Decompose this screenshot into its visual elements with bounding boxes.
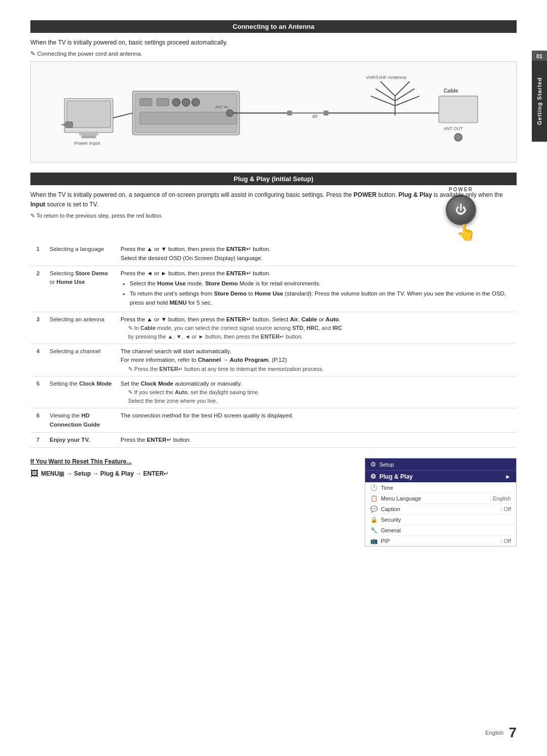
step-2-label: Selecting Store Demoor Home Use (46, 266, 116, 312)
step-6-desc: The connection method for the best HD sc… (116, 408, 517, 433)
svg-text:VHF/UHF Antenna: VHF/UHF Antenna (366, 74, 406, 80)
step-3-label: Selecting an antenna (46, 312, 116, 344)
osd-menu: ⚙ Setup ⚙ Plug & Play ► 🕐 Time 📋 Menu La… (365, 458, 516, 546)
osd-caption-value: : Off (500, 506, 511, 512)
osd-caption-row: 💬 Caption : Off (365, 503, 516, 514)
step-3-desc: Press the ▲ or ▼ button, then press the … (116, 312, 517, 344)
osd-menu-screenshot: ⚙ Setup ⚙ Plug & Play ► 🕐 Time 📋 Menu La… (365, 458, 517, 547)
osd-general-label: General (381, 527, 511, 533)
step-1-row: 1 Selecting a language Press the ▲ or ▼ … (30, 242, 517, 266)
svg-rect-8 (140, 99, 152, 106)
osd-time-row: 🕐 Time (365, 482, 516, 493)
footer-language: English (485, 730, 503, 736)
footer-page-number: 7 (509, 725, 517, 741)
svg-rect-28 (439, 96, 478, 123)
svg-rect-3 (82, 136, 96, 139)
antenna-diagram: Power Input ANT IN or VHF/UHF Antenna (30, 61, 517, 162)
svg-line-21 (395, 81, 410, 96)
steps-table: 1 Selecting a language Press the ▲ or ▼ … (30, 242, 517, 448)
step-7-num: 7 (30, 432, 46, 447)
svg-rect-33 (287, 111, 292, 116)
step-5-num: 5 (30, 376, 46, 408)
osd-caption-label: Caption (381, 506, 497, 512)
step-3-row: 3 Selecting an antenna Press the ▲ or ▼ … (30, 312, 517, 344)
svg-line-24 (371, 96, 395, 106)
svg-point-31 (454, 134, 462, 141)
osd-setup-label: Setup (379, 461, 394, 468)
svg-line-20 (380, 81, 395, 96)
svg-point-10 (172, 99, 180, 106)
osd-caption-icon: 💬 (370, 506, 378, 513)
svg-rect-34 (324, 111, 329, 116)
step-6-num: 6 (30, 408, 46, 433)
step-7-row: 7 Enjoy your TV. Press the ENTER↵ button… (30, 432, 517, 447)
step-4-num: 4 (30, 344, 46, 376)
step-5-desc: Set the Clock Mode automatically or manu… (116, 376, 517, 408)
svg-rect-2 (79, 132, 98, 136)
step-3-num: 3 (30, 312, 46, 344)
menu-cmd-text: MENU▦ → Setup → Plug & Play → ENTER↵ (41, 470, 169, 477)
menu-cmd-icon: 🖼 (30, 469, 38, 478)
osd-menu-lang-label: Menu Language (381, 495, 487, 501)
step-1-label: Selecting a language (46, 242, 116, 266)
reset-left: If You Want to Reset This Feature... 🖼 M… (30, 458, 349, 478)
osd-plug-play-label: Plug & Play (379, 473, 502, 480)
svg-rect-9 (157, 99, 169, 106)
svg-rect-4 (65, 122, 72, 128)
plug-section-header: Plug & Play (Initial Setup) (30, 173, 517, 185)
step-6-label: Viewing the HD Connection Guide (46, 408, 116, 433)
reset-section: If You Want to Reset This Feature... 🖼 M… (30, 458, 517, 547)
step-4-row: 4 Selecting a channel The channel search… (30, 344, 517, 376)
osd-time-label: Time (381, 485, 511, 491)
power-hand-icon: 👆 (456, 223, 476, 242)
svg-rect-13 (140, 112, 237, 124)
svg-rect-1 (67, 101, 110, 128)
svg-point-15 (226, 110, 233, 116)
osd-menu-lang-value: : English (490, 495, 511, 501)
osd-pip-value: : Off (500, 538, 511, 544)
osd-security-icon: 🔒 (370, 516, 378, 523)
svg-text:ANT OUT: ANT OUT (444, 126, 463, 131)
page-footer: English 7 (485, 725, 517, 741)
reset-command: 🖼 MENU▦ → Setup → Plug & Play → ENTER↵ (30, 469, 349, 478)
svg-point-11 (182, 99, 190, 106)
svg-point-12 (192, 99, 200, 106)
step-2-desc: Press the ◄ or ► button, then press the … (116, 266, 517, 312)
svg-line-16 (113, 113, 132, 118)
antenna-note: Connecting the power cord and antenna. (30, 50, 517, 57)
step-1-desc: Press the ▲ or ▼ button, then press the … (116, 242, 517, 266)
svg-text:Cable: Cable (444, 88, 458, 94)
side-tab-number: 01 (532, 51, 547, 62)
osd-plug-play-icon: ⚙ (370, 473, 376, 480)
svg-text:or: or (312, 113, 318, 119)
osd-plug-play-arrow: ► (505, 473, 511, 480)
step-4-desc: The channel search will start automatica… (116, 344, 517, 376)
svg-text:ANT IN: ANT IN (215, 105, 228, 109)
step-1-num: 1 (30, 242, 46, 266)
step-5-row: 5 Setting the Clock Mode Set the Clock M… (30, 376, 517, 408)
svg-line-25 (395, 96, 419, 106)
antenna-intro: When the TV is initially powered on, bas… (30, 38, 517, 47)
osd-menu-lang-row: 📋 Menu Language : English (365, 493, 516, 503)
osd-general-icon: 🔧 (370, 527, 378, 534)
osd-general-row: 🔧 General (365, 525, 516, 535)
power-input-label: Power Input (74, 140, 100, 146)
step-6-row: 6 Viewing the HD Connection Guide The co… (30, 408, 517, 433)
step-7-label: Enjoy your TV. (46, 432, 116, 447)
osd-pip-icon: 📺 (370, 537, 378, 544)
side-tab-label: Getting Started (532, 61, 547, 142)
antenna-diagram-svg: Power Input ANT IN or VHF/UHF Antenna (38, 69, 509, 154)
step-2-num: 2 (30, 266, 46, 312)
reset-title: If You Want to Reset This Feature... (30, 458, 349, 465)
osd-pip-row: 📺 PIP : Off (365, 535, 516, 546)
step-5-label: Setting the Clock Mode (46, 376, 116, 408)
step-4-label: Selecting a channel (46, 344, 116, 376)
plug-intro: When the TV is initially powered on, a s… (30, 190, 517, 209)
osd-setup-icon: ⚙ (370, 460, 376, 468)
osd-pip-label: PIP (381, 538, 497, 544)
osd-setup-header: ⚙ Setup (365, 458, 516, 470)
step-7-desc: Press the ENTER↵ button. (116, 432, 517, 447)
step-2-row: 2 Selecting Store Demoor Home Use Press … (30, 266, 517, 312)
antenna-section-header: Connecting to an Antenna (30, 20, 517, 33)
osd-plug-play-row: ⚙ Plug & Play ► (365, 470, 516, 482)
